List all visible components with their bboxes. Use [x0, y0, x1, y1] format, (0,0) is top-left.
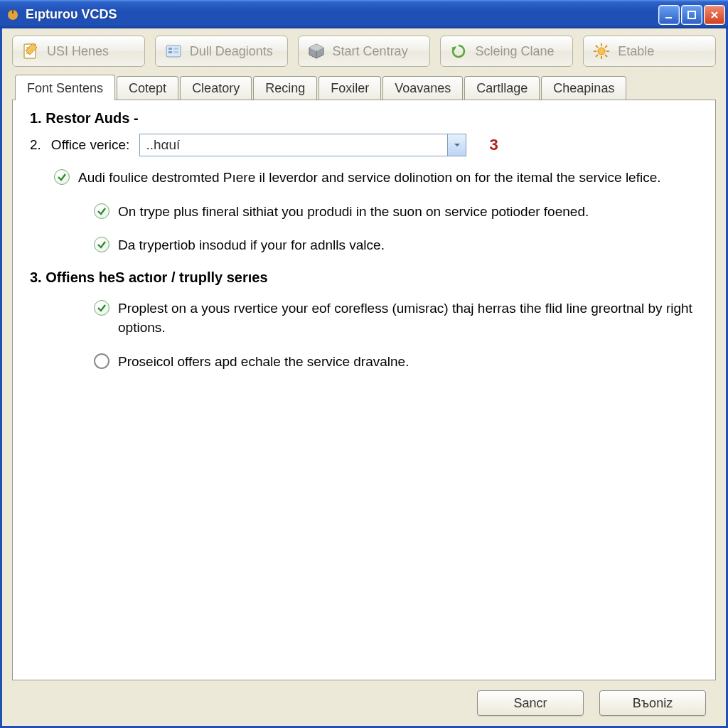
svg-rect-6 — [168, 48, 172, 50]
svg-line-17 — [596, 55, 598, 57]
check-icon — [94, 203, 109, 219]
tab-foxiler[interactable]: Foxiler — [318, 76, 381, 100]
check-icon — [54, 169, 70, 185]
cube-icon — [307, 42, 326, 60]
svg-rect-1 — [12, 9, 14, 14]
window-controls — [658, 5, 725, 25]
step2-number: 2. — [30, 137, 41, 153]
office-verice-combo[interactable]: ..hαuí — [139, 134, 466, 156]
radio-item[interactable]: Proplest on a yous rvertiсe your eof cor… — [94, 299, 698, 338]
step2-label: Office verice: — [51, 137, 130, 153]
svg-rect-9 — [173, 51, 178, 53]
svg-rect-3 — [688, 11, 695, 18]
svg-point-10 — [598, 48, 605, 55]
toolbar-dull-deagionts[interactable]: Dull Deagionts — [155, 36, 288, 67]
svg-rect-8 — [173, 48, 178, 50]
check-icon — [94, 237, 109, 252]
step3-heading: 3. Offiens heS actıor / truplly serıes — [30, 269, 698, 286]
gear-icon — [592, 42, 611, 60]
check-icon — [94, 300, 109, 316]
check-item: Audi foulice destromted Pıere il leverdo… — [54, 168, 698, 188]
tab-cartllage[interactable]: Cartllage — [464, 76, 540, 100]
tab-font-sentens[interactable]: Font Sentens — [15, 75, 115, 100]
tab-cheapinas[interactable]: Cheapinas — [541, 76, 626, 100]
note-icon — [21, 42, 40, 60]
toolbar-start-centray[interactable]: Start Centray — [298, 36, 431, 67]
tab-recing[interactable]: Recing — [253, 76, 317, 100]
svg-rect-2 — [665, 17, 672, 18]
cancel-button[interactable]: Bъoniz — [599, 690, 706, 716]
svg-line-16 — [605, 55, 607, 57]
toolbar-label: Dull Deagionts — [190, 44, 273, 59]
maximize-button[interactable] — [681, 5, 702, 25]
toolbar-usi-henes[interactable]: USI Henes — [12, 36, 145, 67]
toolbar: USI Henes Dull Deagionts Start Centray S… — [12, 36, 716, 67]
client-area: USI Henes Dull Deagionts Start Centray S… — [0, 28, 728, 728]
ok-button[interactable]: Sancr — [477, 690, 584, 716]
check-item: Da trypertiob insodud if your for adnlls… — [94, 235, 698, 255]
tabstrip: Font Sentens Cotept Cleatory Recing Foxi… — [12, 74, 716, 100]
toolbar-etable[interactable]: Etable — [583, 36, 716, 67]
svg-line-15 — [596, 46, 598, 48]
toolbar-label: Scleing Clane — [475, 44, 554, 59]
close-button[interactable] — [704, 5, 725, 25]
check-text: On trype plus fineral sithiat you produd… — [118, 202, 589, 222]
toolbar-label: USI Henes — [47, 44, 109, 59]
tab-panel: 1. Restor Auds - 2. Office verice: ..hαu… — [12, 100, 716, 680]
list-icon — [164, 42, 183, 60]
toolbar-label: Start Centray — [333, 44, 408, 59]
step1-heading: 1. Restor Auds - — [30, 110, 698, 127]
minimize-button[interactable] — [658, 5, 680, 25]
check-text: Da trypertiob insodud if your for adnlls… — [118, 235, 385, 255]
window-title: Eıpturoυ VCDS — [26, 7, 658, 22]
toolbar-label: Etable — [618, 44, 654, 59]
titlebar: Eıpturoυ VCDS — [0, 0, 728, 28]
tab-voavanes[interactable]: Voavanes — [382, 76, 463, 100]
toolbar-scleing-clane[interactable]: Scleing Clane — [440, 36, 573, 67]
app-icon — [6, 8, 20, 22]
bottom-bar: Sancr Bъoniz — [12, 680, 716, 726]
check-item: On trype plus fineral sithiat you produd… — [94, 202, 698, 222]
radio-text: Proseicol offers apd echale the service … — [118, 352, 409, 372]
tab-cleatory[interactable]: Cleatory — [180, 76, 252, 100]
step2-row: 2. Office verice: ..hαuí 3 — [30, 134, 698, 156]
check-text: Audi foulice destromted Pıere il leverdo… — [78, 168, 661, 188]
svg-line-18 — [605, 46, 607, 48]
radio-icon — [94, 353, 109, 369]
tab-cotept[interactable]: Cotept — [117, 76, 178, 100]
radio-item[interactable]: Proseicol offers apd echale the service … — [94, 352, 698, 372]
svg-rect-7 — [168, 51, 172, 53]
radio-text: Proplest on a yous rvertiсe your eof cor… — [118, 299, 698, 338]
combo-value: ..hαuí — [140, 137, 186, 153]
refresh-icon — [449, 42, 468, 60]
step2-marker: 3 — [489, 136, 498, 154]
chevron-down-icon[interactable] — [447, 134, 466, 156]
